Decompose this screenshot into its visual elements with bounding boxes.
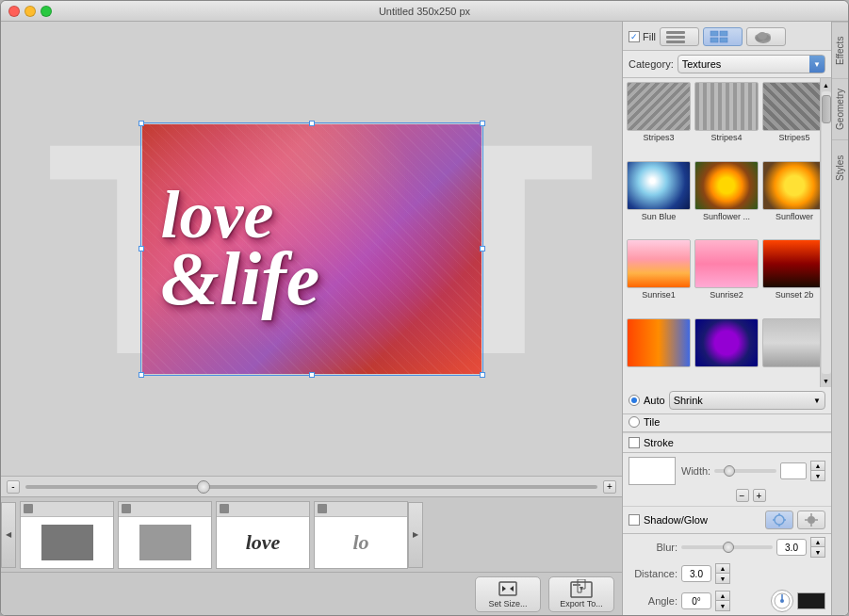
width-slider[interactable] (714, 469, 776, 473)
canvas-viewport: T&T love &life (1, 22, 622, 476)
texture-item-sunflower2[interactable]: Sunflower (762, 161, 820, 236)
distance-up[interactable]: ▲ (715, 563, 730, 574)
texture-name: Sun Blue (642, 212, 677, 221)
tile-radio[interactable] (629, 416, 640, 428)
stroke-color-swatch[interactable] (629, 457, 676, 485)
auto-radio[interactable] (629, 395, 640, 406)
texture-item-sunblue[interactable]: Sun Blue (627, 161, 691, 236)
scroll-up-button[interactable]: ▲ (822, 80, 831, 89)
export-icon (570, 579, 593, 598)
set-size-label: Set Size... (488, 599, 527, 608)
shadow-tab-button[interactable] (765, 511, 793, 529)
angle-row: Angle: 0° ▲ ▼ (623, 587, 831, 615)
effects-tab[interactable]: Effects (832, 22, 848, 78)
width-down[interactable]: ▼ (810, 471, 825, 481)
svg-rect-6 (720, 38, 727, 42)
love-life-text: love &life (161, 185, 320, 314)
text-line2: &life (161, 245, 320, 313)
fill-tab-stripes[interactable] (660, 27, 699, 46)
texture-item-extra2[interactable] (694, 318, 759, 384)
width-up[interactable]: ▲ (810, 461, 825, 471)
blur-slider[interactable] (681, 545, 773, 549)
thumb-body (119, 517, 211, 568)
main-window: Untitled 350x250 px T&T love &life (0, 0, 849, 616)
blur-thumb[interactable] (723, 542, 734, 553)
texture-grid: Stripes3 Stripes4 Stripes5 Sun Blu (623, 78, 820, 387)
texture-item-extra1[interactable] (627, 318, 691, 384)
texture-item-sunrise2[interactable]: Sunrise2 (694, 239, 759, 315)
window-title: Untitled 350x250 px (379, 6, 470, 17)
maximize-button[interactable] (41, 6, 52, 17)
texture-preview (762, 318, 820, 367)
minimize-button[interactable] (24, 6, 36, 17)
texture-item-stripes4[interactable]: Stripes4 (694, 82, 759, 157)
texture-item-sunflower1[interactable]: Sunflower ... (694, 161, 759, 236)
close-button[interactable] (8, 6, 20, 17)
set-size-button[interactable]: Set Size... (475, 576, 541, 612)
thumbnail-item[interactable] (118, 501, 212, 569)
texture-preview (627, 161, 691, 210)
color-swatch-black[interactable] (797, 592, 825, 609)
geometry-tab[interactable]: Geometry (832, 78, 848, 139)
width-thumb[interactable] (724, 465, 735, 477)
category-label: Category: (629, 58, 674, 70)
fill-tab-cloud[interactable] (746, 27, 786, 46)
angle-circle[interactable] (771, 590, 793, 612)
set-size-icon (497, 579, 519, 598)
export-button[interactable]: Export To... (548, 576, 614, 612)
fill-tab-row: Fill (623, 22, 831, 51)
canvas-frame[interactable]: love &life (142, 124, 482, 374)
scroll-thumb[interactable] (822, 95, 831, 123)
blur-stepper[interactable]: ▲ ▼ (810, 537, 825, 558)
width-stepper[interactable]: ▲ ▼ (810, 461, 825, 481)
styles-tab[interactable]: Styles (832, 139, 848, 196)
zoom-thumb[interactable] (197, 480, 210, 494)
texture-name: Sunflower (776, 212, 813, 221)
texture-name: Sunset 2b (776, 290, 814, 300)
distance-row: Distance: 3.0 ▲ ▼ (623, 560, 831, 587)
texture-item-extra3[interactable] (762, 318, 820, 384)
distance-value: 3.0 (681, 565, 711, 582)
texture-item-sunrise1[interactable]: Sunrise1 (627, 239, 691, 315)
shrink-arrow-icon: ▼ (813, 397, 821, 405)
angle-up[interactable]: ▲ (715, 591, 730, 601)
blur-down[interactable]: ▼ (810, 547, 825, 558)
stroke-minus-button[interactable]: − (736, 489, 749, 502)
texture-item-sunset2b[interactable]: Sunset 2b (762, 239, 820, 315)
texture-preview (694, 239, 759, 288)
fill-checkbox[interactable]: Fill (629, 31, 656, 42)
texture-preview (694, 318, 759, 367)
stroke-checkbox[interactable] (629, 437, 640, 448)
shadow-checkbox[interactable] (629, 514, 640, 526)
fill-checkbox-input[interactable] (629, 31, 640, 42)
shadow-glow-header: Shadow/Glow (623, 506, 831, 534)
stroke-plus-button[interactable]: + (753, 489, 766, 502)
zoom-out-button[interactable]: - (7, 480, 20, 494)
thumb-preview (139, 525, 191, 560)
shrink-select[interactable]: Shrink ▼ (669, 391, 825, 410)
stroke-mini-btns: − + (623, 489, 831, 506)
svg-rect-3 (710, 31, 718, 36)
blur-up[interactable]: ▲ (810, 537, 825, 547)
zoom-slider[interactable] (25, 485, 597, 489)
thumbnail-item[interactable] (20, 501, 114, 569)
angle-down[interactable]: ▼ (715, 601, 730, 611)
texture-item-stripes5[interactable]: Stripes5 (762, 82, 820, 157)
thumbnail-item[interactable]: lo (314, 501, 408, 569)
thumbnail-item[interactable]: love (216, 501, 310, 569)
shadow-sun-button[interactable] (797, 511, 825, 529)
fill-tab-grid[interactable] (703, 27, 743, 46)
strip-prev-button[interactable]: ◀ (1, 502, 16, 568)
distance-down[interactable]: ▼ (715, 574, 730, 584)
canvas-text: love &life (142, 124, 482, 374)
category-select[interactable]: Textures ▼ (678, 55, 825, 73)
strip-next-button[interactable]: ▶ (408, 502, 423, 568)
titlebar: Untitled 350x250 px (1, 1, 848, 22)
angle-stepper[interactable]: ▲ ▼ (715, 591, 730, 611)
texture-item-stripes3[interactable]: Stripes3 (627, 82, 691, 157)
distance-stepper[interactable]: ▲ ▼ (715, 563, 730, 584)
scroll-down-button[interactable]: ▼ (822, 376, 831, 385)
scroll-track[interactable] (822, 91, 831, 374)
zoom-in-button[interactable]: + (603, 480, 616, 494)
thumbnail-strip: ◀ (1, 496, 622, 572)
